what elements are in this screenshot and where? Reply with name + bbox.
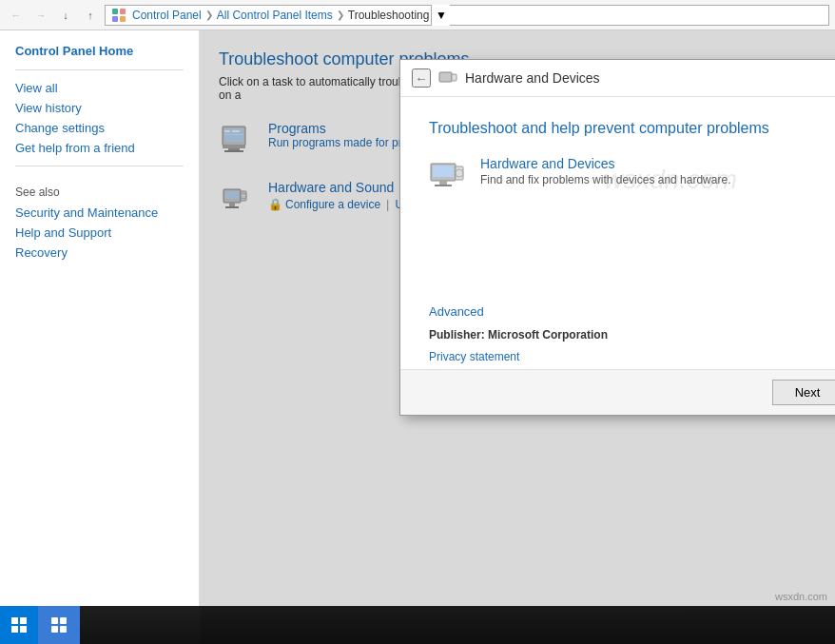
modal-footer-buttons: Next Cancel xyxy=(400,369,835,415)
sidebar-get-help[interactable]: Get help from a friend xyxy=(0,138,199,158)
modal-item-icon xyxy=(429,156,467,194)
svg-rect-32 xyxy=(51,626,58,633)
sidebar-control-panel-home[interactable]: Control Panel Home xyxy=(0,40,199,62)
sidebar-divider-1 xyxy=(15,69,184,70)
address-bar: ← → ↓ ↑ Control Panel ❯ All Control Pane… xyxy=(0,0,835,30)
content-area: Troubleshoot computer problems Click on … xyxy=(200,30,835,644)
sidebar-divider-2 xyxy=(15,166,184,166)
breadcrumb-sep-2: ❯ xyxy=(337,10,344,20)
svg-rect-31 xyxy=(60,617,67,624)
modal-title-text: Hardware and Devices xyxy=(465,70,600,86)
forward-button[interactable]: → xyxy=(30,5,51,26)
breadcrumb-dropdown[interactable]: ▼ xyxy=(431,5,450,26)
modal-privacy: Privacy statement xyxy=(400,347,835,369)
privacy-link[interactable]: Privacy statement xyxy=(429,350,519,363)
publisher-name: Microsoft Corporation xyxy=(488,328,608,342)
modal-titlebar: ← Hardware and Devices Close xyxy=(400,60,835,97)
sidebar-view-history[interactable]: View history xyxy=(0,98,199,118)
svg-rect-28 xyxy=(11,626,18,633)
modal-hardware-item: Hardware and Devices Find and fix proble… xyxy=(429,156,835,194)
publisher-label: Publisher: xyxy=(429,328,485,342)
recent-button[interactable]: ↓ xyxy=(55,5,76,26)
back-button[interactable]: ← xyxy=(6,5,27,26)
up-button[interactable]: ↑ xyxy=(80,5,101,26)
svg-rect-24 xyxy=(439,181,447,185)
modal-advanced-section: Advanced xyxy=(400,301,835,322)
breadcrumb-all-items[interactable]: All Control Panel Items xyxy=(217,9,333,22)
svg-rect-19 xyxy=(452,74,456,81)
hardware-devices-modal: ← Hardware and Devices Close Troubleshoo… xyxy=(399,59,835,416)
modal-item-title[interactable]: Hardware and Devices xyxy=(480,156,730,171)
sidebar-help-support[interactable]: Help and Support xyxy=(0,223,199,243)
breadcrumb-troubleshooting: Troubleshooting xyxy=(348,9,430,22)
main-container: Control Panel Home View all View history… xyxy=(0,30,835,644)
breadcrumb-sep-1: ❯ xyxy=(205,10,213,20)
modal-item-desc: Find and fix problems with devices and h… xyxy=(480,173,730,186)
next-button[interactable]: Next xyxy=(772,380,835,405)
svg-rect-26 xyxy=(11,617,18,624)
modal-item-content: Hardware and Devices Find and fix proble… xyxy=(480,156,730,186)
svg-rect-27 xyxy=(20,617,27,624)
modal-body: Troubleshoot and help prevent computer p… xyxy=(400,97,835,301)
sidebar-recovery[interactable]: Recovery xyxy=(0,243,199,263)
modal-title-icon xyxy=(438,68,457,88)
breadcrumb-control-panel[interactable]: Control Panel xyxy=(132,9,202,22)
svg-rect-2 xyxy=(112,16,118,22)
svg-rect-18 xyxy=(439,72,452,82)
see-also-title: See also xyxy=(0,174,199,203)
advanced-link[interactable]: Advanced xyxy=(429,304,484,319)
svg-rect-3 xyxy=(120,16,126,22)
modal-publisher: Publisher: Microsoft Corporation xyxy=(400,322,835,347)
svg-rect-30 xyxy=(51,617,58,624)
modal-back-button[interactable]: ← xyxy=(412,68,431,88)
sidebar-security-maintenance[interactable]: Security and Maintenance xyxy=(0,203,199,223)
sidebar-view-all[interactable]: View all xyxy=(0,78,199,98)
taskbar-app[interactable] xyxy=(38,606,80,644)
svg-rect-0 xyxy=(112,9,118,14)
svg-rect-25 xyxy=(435,185,452,186)
sidebar: Control Panel Home View all View history… xyxy=(0,30,200,644)
start-button[interactable] xyxy=(0,606,38,644)
svg-rect-33 xyxy=(60,626,67,633)
svg-point-23 xyxy=(456,169,463,177)
modal-heading: Troubleshoot and help prevent computer p… xyxy=(429,120,835,137)
control-panel-icon xyxy=(111,8,126,23)
sidebar-change-settings[interactable]: Change settings xyxy=(0,118,199,138)
svg-rect-29 xyxy=(20,626,27,633)
svg-rect-1 xyxy=(120,9,126,14)
svg-rect-21 xyxy=(433,166,454,177)
breadcrumb: Control Panel ❯ All Control Panel Items … xyxy=(105,5,829,26)
